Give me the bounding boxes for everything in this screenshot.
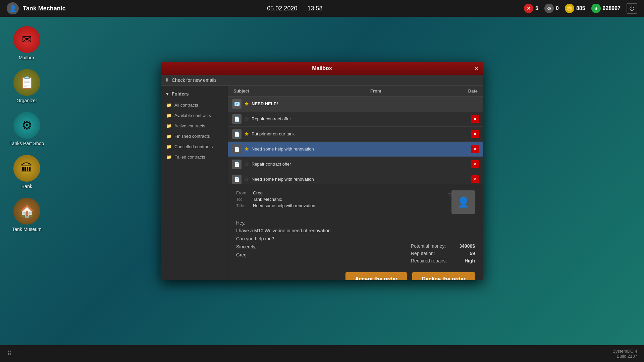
email-row-2[interactable]: 📄 ☆ Repair contract offer ✕ [228,112,483,127]
game-time: 13:58 [307,5,322,12]
folder-finished-contracts[interactable]: 📁 Finished contracts [161,131,228,141]
topbar-left: 👤 Tank Mechanic [7,2,66,14]
meta-to: To: Tank Mechanic [236,197,438,202]
modal-overlay: Mailbox ✕ ⬇ Check for new emails ▼ Folde… [0,17,644,345]
modal-body: ▼ Folders 📁 All contracts 📁 Available co… [161,86,483,280]
folder-cancelled-contracts[interactable]: 📁 Cancelled contracts [161,141,228,152]
info-icon: ⊘ [544,4,554,13]
email-subject-1: NEED HELP! [252,101,479,106]
folder-all-contracts[interactable]: 📁 All contracts [161,100,228,110]
alert-icon: ✕ [524,4,533,13]
folder-available-contracts[interactable]: 📁 Available contracts [161,110,228,121]
email-subject-4: Need some help with renovation [252,146,468,152]
delete-email-2[interactable]: ✕ [471,115,479,123]
email-meta: From Greg To: Tank Mechanic Title: Need … [236,190,475,214]
required-repairs-label: Required repairs: [411,258,447,263]
email-meta-fields: From Greg To: Tank Mechanic Title: Need … [236,190,438,214]
meta-from-value: Greg [253,190,263,195]
delete-email-4[interactable]: ✕ [471,145,479,153]
folder-failed-contracts[interactable]: 📁 Failed contracts [161,152,228,162]
body-line4: Sincerely, [236,243,332,251]
folder-icon: 📁 [166,123,172,128]
build-info: SystemDG 4 Build 2137 [612,349,637,359]
decline-order-button[interactable]: Decline the order [412,272,475,280]
email-stats: Potential money: 34000$ Reputation: 59 R… [411,243,475,265]
star-icon-6[interactable]: ☆ [244,176,249,182]
folder-icon: 📁 [166,103,172,108]
email-type-icon-2: 📄 [232,114,241,124]
folders-header: ▼ Folders [161,89,228,100]
email-row-1[interactable]: 📧 ★ NEED HELP! [228,97,483,112]
folder-icon: 📁 [166,144,172,149]
power-button[interactable]: ⏻ [627,3,637,14]
stat-reputation: Reputation: 59 [411,251,475,256]
folder-active-contracts[interactable]: 📁 Active contracts [161,121,228,131]
download-icon: ⬇ [165,77,169,83]
info-badge: ⊘ 0 [544,4,559,13]
modal-toolbar: ⬇ Check for new emails [161,75,483,86]
accept-order-button[interactable]: Accept the order [345,272,407,280]
folder-icon: 📁 [166,113,172,118]
mailbox-modal: Mailbox ✕ ⬇ Check for new emails ▼ Folde… [161,62,483,280]
body-line1: Hey, [236,219,332,227]
email-row-3[interactable]: 📄 ★ Put primer on our tank ✕ [228,127,483,142]
email-subject-2: Repair contract offer [252,116,468,121]
folder-icon: 📁 [166,134,172,139]
delete-email-3[interactable]: ✕ [471,130,479,138]
star-icon-4[interactable]: ★ [244,146,249,152]
folder-icon: 📁 [166,155,172,160]
chevron-down-icon: ▼ [165,91,170,97]
body-line3: Can you help me? [236,235,332,243]
star-icon-3[interactable]: ★ [244,131,249,137]
email-type-icon-1: 📧 [232,99,241,109]
col-header-from: From [370,88,437,94]
body-line5: Greg [236,251,332,259]
star-icon-1[interactable]: ★ [244,101,249,107]
modal-titlebar: Mailbox ✕ [161,62,483,75]
email-type-icon-6: 📄 [232,175,241,184]
check-emails-label: Check for new emails [172,77,217,83]
star-icon-5[interactable]: ☆ [244,161,249,167]
email-detail: ☆ From Greg To: Tank Mechanic [228,184,483,280]
stat-required-repairs: Required repairs: High [411,258,475,263]
money-icon: $ [591,4,601,13]
email-row-4[interactable]: 📄 ★ Need some help with renovation ✕ [228,142,483,157]
check-emails-button[interactable]: ⬇ Check for new emails [165,77,217,83]
body-line2: I have a M10 Wolverine in need of renova… [236,227,332,235]
topbar-right: ✕ 5 ⊘ 0 🪙 885 $ 628967 ⏻ [524,3,637,14]
player-name: Tank Mechanic [23,5,66,12]
reputation-value: 59 [470,251,475,256]
topbar: 👤 Tank Mechanic 05.02.2020 13:58 ✕ 5 ⊘ 0… [0,0,644,17]
email-type-icon-3: 📄 [232,129,241,139]
email-list: 📧 ★ NEED HELP! 📄 ☆ Repair contract offer… [228,97,483,184]
email-list-header: Subject From Date [228,86,483,97]
sender-avatar: 👤 [451,190,475,214]
delete-email-5[interactable]: ✕ [471,160,479,168]
meta-to-value: Tank Mechanic [253,197,282,202]
game-date: 05.02.2020 [267,5,297,12]
coin-icon: 🪙 [565,4,574,13]
topbar-center: 05.02.2020 13:58 [267,5,322,12]
meta-title-value: Need some help with renovation [253,203,315,208]
modal-close-button[interactable]: ✕ [472,64,480,72]
delete-email-6[interactable]: ✕ [471,175,479,183]
col-header-subject: Subject [233,88,370,94]
grid-icon: ⠿ [7,350,12,358]
email-row-5[interactable]: 📄 ☆ Repair contract offer ✕ [228,157,483,172]
stat-potential-money: Potential money: 34000$ [411,243,475,249]
money-badge: $ 628967 [591,4,621,13]
build-line1: SystemDG 4 [612,349,637,354]
action-buttons: Accept the order Decline the order [236,269,475,280]
email-detail-bottom: Hey, I have a M10 Wolverine in need of r… [236,219,475,266]
email-subject-3: Put primer on our tank [252,131,468,136]
email-row-6[interactable]: 📄 ☆ Need some help with renovation ✕ [228,172,483,184]
email-panel: Subject From Date 📧 ★ NEED HELP! 📄 [228,86,483,280]
modal-title: Mailbox [312,65,332,71]
col-header-date: Date [437,88,478,94]
email-subject-5: Repair contract offer [252,162,468,167]
coins-badge: 🪙 885 [565,4,585,13]
email-body: Hey, I have a M10 Wolverine in need of r… [236,219,332,259]
meta-from: From Greg [236,190,438,195]
star-icon-2[interactable]: ☆ [244,116,249,122]
detail-star-icon[interactable]: ☆ [447,190,453,198]
